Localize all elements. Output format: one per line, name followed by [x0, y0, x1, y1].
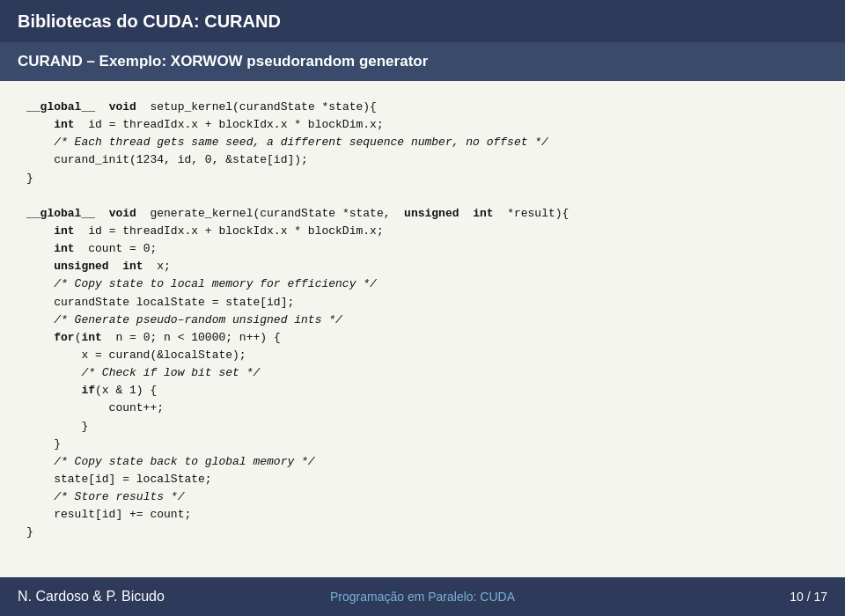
header-title: Bibliotecas do CUDA: CURAND — [18, 11, 281, 32]
footer-center: Programação em Paralelo: CUDA — [330, 590, 515, 604]
footer-bar: N. Cardoso & P. Bicudo Programação em Pa… — [0, 577, 845, 616]
subtitle-title: CURAND – Exemplo: XORWOW pseudorandom ge… — [18, 53, 428, 70]
subtitle-bar: CURAND – Exemplo: XORWOW pseudorandom ge… — [0, 42, 845, 81]
footer-left: N. Cardoso & P. Bicudo — [18, 589, 165, 605]
header-bar: Bibliotecas do CUDA: CURAND — [0, 0, 845, 42]
footer-right: 10 / 17 — [790, 590, 827, 604]
main-content: __global__ void setup_kernel(curandState… — [0, 81, 845, 577]
code-block: __global__ void setup_kernel(curandState… — [26, 99, 819, 542]
